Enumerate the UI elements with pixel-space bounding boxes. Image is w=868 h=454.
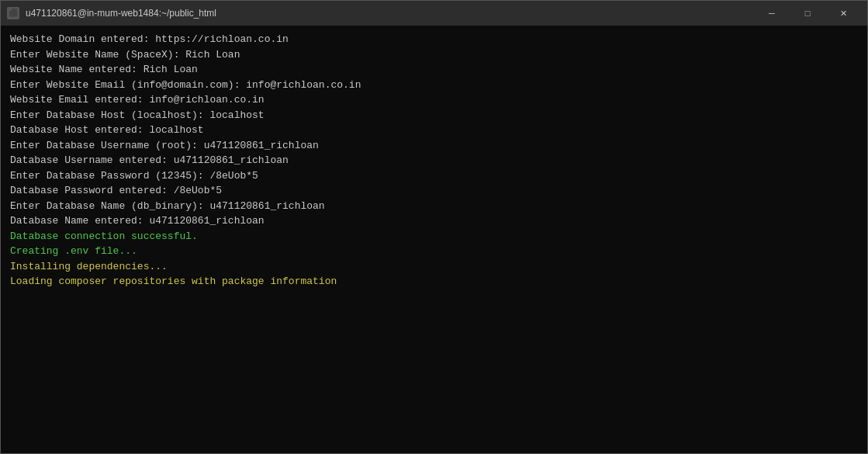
terminal-line: Database Username entered: u471120861_ri… xyxy=(10,153,858,168)
title-bar: ⬛ u471120861@in-mum-web1484:~/public_htm… xyxy=(1,1,867,26)
terminal-line: Enter Website Name (SpaceX): Rich Loan xyxy=(10,47,858,63)
close-button[interactable]: ✕ xyxy=(825,1,861,26)
terminal-line: Website Domain entered: https://richloan… xyxy=(10,32,858,47)
title-bar-controls: ─ □ ✕ xyxy=(754,1,861,26)
title-bar-left: ⬛ u471120861@in-mum-web1484:~/public_htm… xyxy=(7,7,216,19)
terminal-line: Enter Database Password (12345): /8eUob*… xyxy=(10,168,858,184)
terminal-line: Enter Database Host (localhost): localho… xyxy=(10,108,858,123)
minimize-button[interactable]: ─ xyxy=(754,1,790,26)
terminal-line: Enter Database Name (db_binary): u471120… xyxy=(10,199,858,214)
terminal-line: Creating .env file... xyxy=(10,244,858,259)
window-title: u471120861@in-mum-web1484:~/public_html xyxy=(26,8,216,19)
terminal-icon: ⬛ xyxy=(7,7,19,19)
maximize-button[interactable]: □ xyxy=(790,1,825,26)
terminal-line: Database Password entered: /8eUob*5 xyxy=(10,183,858,199)
terminal-output: Website Domain entered: https://richloan… xyxy=(10,32,858,289)
terminal-line: Loading composer repositories with packa… xyxy=(10,274,858,289)
terminal-line: Website Email entered: info@richloan.co.… xyxy=(10,92,858,108)
terminal-line: Installing dependencies... xyxy=(10,259,858,275)
terminal-line: Website Name entered: Rich Loan xyxy=(10,62,858,78)
terminal-line: Database Name entered: u471120861_richlo… xyxy=(10,213,858,229)
terminal-body[interactable]: Website Domain entered: https://richloan… xyxy=(1,26,867,453)
terminal-line: Enter Database Username (root): u4711208… xyxy=(10,138,858,154)
terminal-line: Enter Website Email (info@domain.com): i… xyxy=(10,78,858,93)
terminal-line: Database connection successful. xyxy=(10,229,858,244)
terminal-line: Database Host entered: localhost xyxy=(10,123,858,138)
terminal-window: ⬛ u471120861@in-mum-web1484:~/public_htm… xyxy=(0,0,868,454)
